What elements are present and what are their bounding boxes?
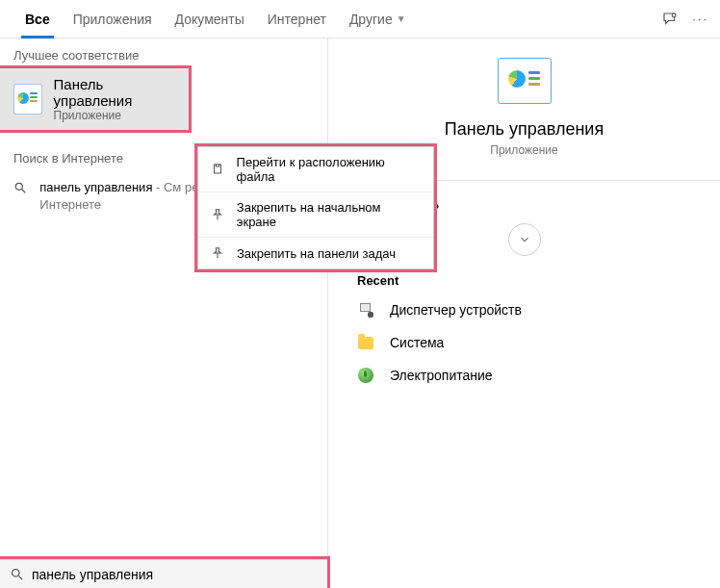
- svg-point-0: [672, 13, 676, 17]
- more-icon[interactable]: ···: [692, 12, 708, 26]
- tab-other[interactable]: Другие▼: [338, 0, 418, 38]
- feedback-icon[interactable]: [661, 11, 679, 28]
- ctx-pin-start[interactable]: Закрепить на начальном экране: [198, 192, 433, 237]
- best-match-title: Панель управления: [54, 76, 175, 109]
- tab-apps[interactable]: Приложения: [62, 0, 164, 38]
- svg-rect-3: [214, 165, 220, 173]
- recent-item-label: Диспетчер устройств: [390, 302, 522, 318]
- device-manager-icon: [357, 301, 374, 319]
- svg-point-7: [13, 570, 20, 577]
- recent-item-label: Система: [390, 335, 444, 350]
- best-match-subtitle: Приложение: [54, 109, 175, 122]
- expand-button[interactable]: [508, 223, 541, 256]
- ctx-item-label: Закрепить на панели задач: [237, 246, 396, 261]
- preview-title: Панель управления: [328, 119, 720, 140]
- search-icon: [10, 567, 24, 581]
- results-column: Лучшее соответствие Панель управления Пр…: [0, 38, 327, 559]
- ctx-open-file-location[interactable]: Перейти к расположению файла: [198, 147, 433, 192]
- ctx-item-label: Перейти к расположению файла: [237, 155, 422, 184]
- control-panel-large-icon: [498, 58, 552, 104]
- ctx-item-label: Закрепить на начальном экране: [237, 200, 422, 229]
- recent-section-label: Recent: [328, 269, 720, 294]
- folder-icon: [357, 334, 374, 351]
- recent-item-power[interactable]: Электропитание: [328, 359, 720, 392]
- svg-line-8: [18, 575, 22, 579]
- tab-internet[interactable]: Интернет: [256, 0, 338, 38]
- pin-taskbar-icon: [210, 245, 225, 261]
- search-bar[interactable]: [0, 559, 327, 588]
- tabs-bar: Все Приложения Документы Интернет Другие…: [0, 0, 720, 38]
- preview-pane: Панель управления Приложение Открыть Rec…: [327, 38, 720, 559]
- control-panel-icon: [13, 84, 42, 115]
- search-icon: [13, 179, 30, 194]
- context-menu: Перейти к расположению файла Закрепить н…: [197, 146, 434, 269]
- tab-all[interactable]: Все: [13, 0, 62, 38]
- ctx-pin-taskbar[interactable]: Закрепить на панели задач: [198, 237, 433, 268]
- recent-item-label: Электропитание: [390, 368, 493, 383]
- pin-start-icon: [210, 207, 225, 222]
- svg-line-2: [22, 190, 26, 193]
- file-location-icon: [210, 162, 225, 177]
- best-match-label: Лучшее соответствие: [0, 38, 327, 68]
- best-match-item[interactable]: Панель управления Приложение: [0, 68, 189, 130]
- svg-point-1: [15, 183, 22, 190]
- search-input[interactable]: [32, 567, 318, 582]
- recent-item-system[interactable]: Система: [328, 326, 720, 359]
- power-icon: [357, 367, 374, 384]
- chevron-down-icon: ▼: [397, 13, 406, 24]
- recent-item-device-manager[interactable]: Диспетчер устройств: [328, 294, 720, 326]
- tab-documents[interactable]: Документы: [164, 0, 256, 38]
